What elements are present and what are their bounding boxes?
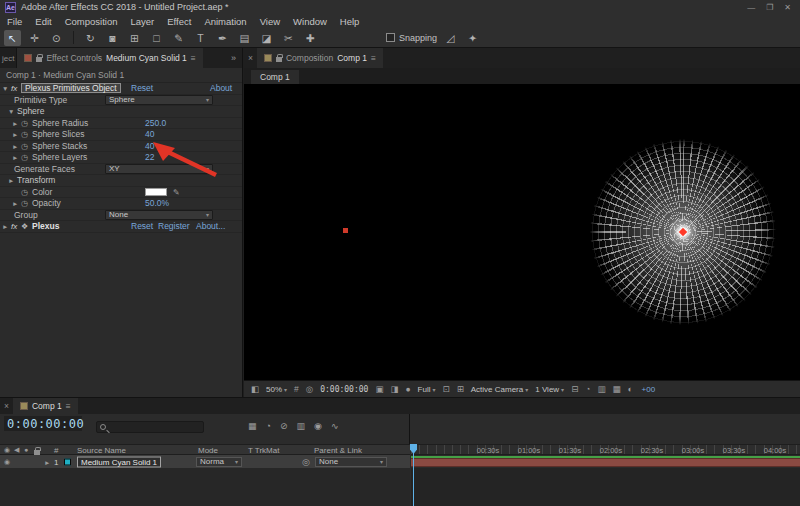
snapping-checkbox[interactable] [386,33,395,42]
motion-blur-icon[interactable]: ◉ [314,421,322,431]
panel-overflow-icon[interactable]: » [225,53,242,63]
magnification-dropdown[interactable]: 50% ▾ [266,385,287,394]
maximize-button[interactable]: ❐ [766,3,773,12]
primitive-type-dropdown[interactable]: Sphere ▾ [105,95,213,105]
eye-icon[interactable]: ◉ [4,446,10,454]
reset-link[interactable]: Reset [131,83,153,93]
group-dropdown[interactable]: None ▾ [105,210,213,220]
eyedropper-icon[interactable]: ✎ [173,187,180,196]
fx-badge-icon[interactable]: fx [11,84,17,93]
close-icon[interactable]: × [0,401,13,411]
mask-visibility-icon[interactable]: ◎ [306,384,313,394]
minimize-button[interactable]: — [747,3,755,12]
eraser-tool-icon[interactable]: ◪ [258,30,275,46]
draft-3d-icon[interactable]: ◔ [266,421,271,431]
twirl-open-icon[interactable]: ▼ [2,85,8,92]
composition-viewport[interactable] [244,84,800,380]
hand-tool-icon[interactable]: ✛ [26,30,43,46]
exposure-value[interactable]: +00 [642,385,656,394]
layer-twirl-icon[interactable]: ► [44,458,50,465]
sphere-layers-value[interactable]: 22 [145,152,154,162]
fx-badge-icon[interactable]: fx [11,222,17,231]
panel-menu-icon[interactable]: ≡ [66,401,71,411]
stopwatch-icon[interactable]: ◷ [21,187,28,196]
layer-label-color-chip[interactable] [64,458,71,465]
snap-option-icon[interactable]: ◿ [442,30,459,46]
menu-view[interactable]: View [260,16,280,27]
twirl-closed-icon[interactable]: ► [8,177,14,184]
sphere-radius-value[interactable]: 250.0 [145,118,166,128]
close-icon[interactable]: × [244,53,257,63]
shape-tool-icon[interactable]: □ [148,30,165,46]
tab-composition[interactable]: Composition Comp 1 ≡ [257,48,383,68]
column-source-name[interactable]: Source Name [77,446,126,455]
twirl-closed-icon[interactable]: ► [12,119,18,126]
time-ruler[interactable]: 00:30s 01:00s 01:30s 02:00s 02:30s 03:00… [411,444,800,455]
hide-shy-layers-icon[interactable]: ⊘ [280,421,288,431]
sphere-slices-value[interactable]: 40 [145,129,154,139]
layer-visibility-eye-icon[interactable]: ◉ [4,458,10,466]
parent-pickwhip-icon[interactable]: ◎ [302,457,310,467]
type-tool-icon[interactable]: T [192,30,209,46]
selection-tool-icon[interactable]: ↖ [4,30,21,46]
about-link[interactable]: About... [196,221,225,231]
timeline-button-icon[interactable]: ▥ [597,384,605,394]
view-layout-dropdown[interactable]: 1 View ▾ [535,385,564,394]
column-number[interactable]: # [54,446,58,455]
pen-tool-icon[interactable]: ✎ [170,30,187,46]
effect-name[interactable]: Plexus [32,221,59,231]
menu-layer[interactable]: Layer [131,16,155,27]
parent-link-dropdown[interactable]: None ▾ [315,457,387,467]
stopwatch-icon[interactable]: ◷ [21,118,28,127]
solo-icon[interactable]: ● [24,446,28,453]
twirl-closed-icon[interactable]: ► [12,142,18,149]
menu-help[interactable]: Help [340,16,360,27]
opacity-value[interactable]: 50.0% [145,198,169,208]
camera-view-dropdown[interactable]: Active Camera ▾ [471,385,528,394]
register-link[interactable]: Register [158,221,190,231]
layer-anchor-marker[interactable] [343,228,348,233]
orbit-camera-tool-icon[interactable]: ↻ [82,30,99,46]
menu-animation[interactable]: Animation [204,16,246,27]
menu-composition[interactable]: Composition [65,16,118,27]
transparency-grid-icon[interactable]: ⊞ [457,384,464,394]
generate-faces-dropdown[interactable]: XY ▾ [105,164,213,174]
menu-effect[interactable]: Effect [167,16,191,27]
camera-tool-icon[interactable]: ◙ [104,30,121,46]
blend-mode-dropdown[interactable]: Norma ▾ [196,457,242,467]
timeline-search-field[interactable] [96,421,204,433]
clone-stamp-tool-icon[interactable]: ▤ [236,30,253,46]
twirl-closed-icon[interactable]: ► [12,154,18,161]
roto-brush-tool-icon[interactable]: ✂ [280,30,297,46]
twirl-closed-icon[interactable]: ► [12,131,18,138]
playhead[interactable] [413,444,414,506]
lock-icon[interactable] [36,57,42,62]
panel-menu-icon[interactable]: ≡ [371,53,376,63]
snap-option-2-icon[interactable]: ✦ [464,30,481,46]
preview-time-display[interactable]: 0:00:00:00 [320,385,368,394]
region-of-interest-icon[interactable]: ⊡ [443,384,450,394]
flowchart-button-icon[interactable]: ▦ [612,384,620,394]
stopwatch-icon[interactable]: ◷ [21,199,28,208]
brush-tool-icon[interactable]: ✒ [214,30,231,46]
stopwatch-icon[interactable]: ◷ [21,141,28,150]
twirl-open-icon[interactable]: ▼ [8,108,14,115]
reset-link[interactable]: Reset [131,221,153,231]
column-mode[interactable]: Mode [198,446,218,455]
stopwatch-icon[interactable]: ◷ [21,130,28,139]
lock-icon[interactable] [276,57,282,62]
layer-duration-bar[interactable] [411,458,800,467]
project-tab-fragment[interactable]: ject [0,48,17,68]
show-channel-icon[interactable]: ● [405,384,410,394]
twirl-closed-icon[interactable]: ► [12,200,18,207]
resolution-dropdown[interactable]: Full ▾ [418,385,436,394]
menu-edit[interactable]: Edit [35,16,51,27]
color-swatch[interactable] [145,188,167,196]
pixel-aspect-icon[interactable]: ⊟ [571,384,578,394]
stopwatch-icon[interactable]: ◷ [21,153,28,162]
frame-blend-icon[interactable]: ▥ [297,421,306,431]
graph-editor-icon[interactable]: ∿ [331,421,339,431]
puppet-pin-tool-icon[interactable]: ✚ [302,30,319,46]
sphere-stacks-value[interactable]: 40 [145,141,154,151]
current-time-display[interactable]: 0:00:00:00 [7,417,84,431]
